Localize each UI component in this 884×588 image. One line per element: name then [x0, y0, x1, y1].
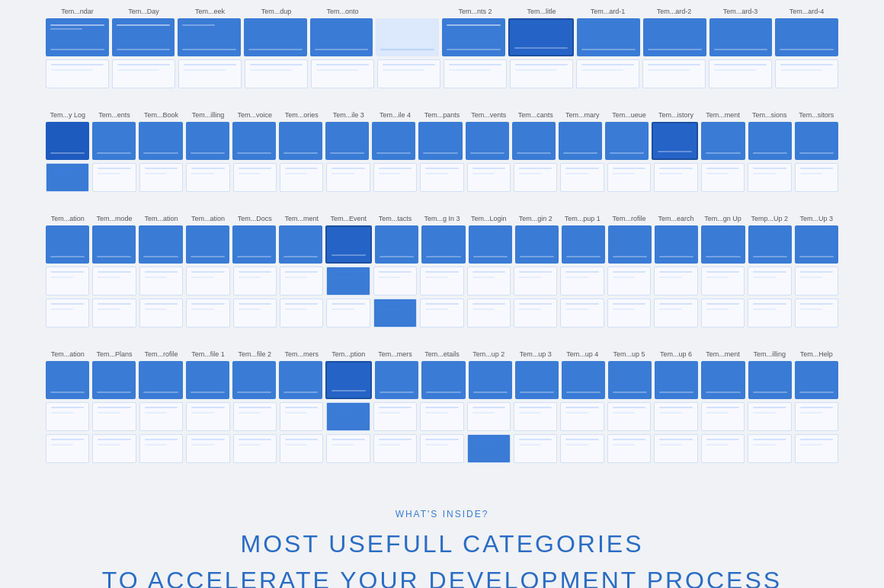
template-sub-card[interactable] [607, 434, 651, 463]
template-card[interactable] [515, 361, 559, 399]
template-card[interactable] [608, 225, 652, 264]
template-card[interactable] [232, 225, 276, 264]
template-sub-card[interactable] [654, 299, 697, 328]
template-sub-card[interactable] [514, 434, 557, 463]
template-card[interactable] [655, 225, 698, 264]
template-card[interactable] [795, 122, 838, 160]
template-sub-card[interactable] [280, 434, 323, 463]
template-sub-card[interactable] [560, 402, 604, 431]
template-card[interactable] [279, 361, 322, 399]
template-card[interactable] [559, 122, 602, 160]
template-card[interactable] [418, 122, 462, 160]
template-sub-card[interactable] [748, 163, 791, 192]
template-sub-card[interactable] [233, 402, 277, 431]
template-card[interactable] [795, 361, 838, 399]
template-sub-card[interactable] [233, 299, 277, 328]
template-sub-card[interactable] [373, 402, 417, 431]
template-sub-card[interactable] [280, 402, 323, 431]
template-sub-card[interactable] [46, 163, 89, 192]
template-card[interactable] [512, 122, 556, 160]
template-card[interactable] [46, 122, 89, 160]
template-sub-card[interactable] [514, 163, 557, 192]
template-sub-card[interactable] [46, 59, 109, 88]
template-sub-card[interactable] [795, 299, 838, 328]
template-card[interactable] [508, 18, 575, 56]
template-card[interactable] [709, 18, 773, 56]
template-sub-card[interactable] [373, 434, 417, 463]
template-card[interactable] [112, 18, 175, 56]
template-sub-card[interactable] [377, 59, 440, 88]
template-sub-card[interactable] [467, 267, 511, 296]
template-sub-card[interactable] [467, 163, 511, 192]
template-card[interactable] [139, 225, 182, 264]
template-card[interactable] [466, 122, 509, 160]
template-card[interactable] [310, 18, 373, 56]
template-card[interactable] [178, 18, 241, 56]
template-card[interactable] [562, 225, 605, 264]
template-sub-card[interactable] [326, 402, 370, 431]
template-sub-card[interactable] [373, 163, 417, 192]
template-sub-card[interactable] [748, 402, 791, 431]
template-sub-card[interactable] [748, 299, 791, 328]
template-card[interactable] [775, 18, 838, 56]
template-sub-card[interactable] [775, 59, 838, 88]
template-card[interactable] [375, 225, 418, 264]
template-sub-card[interactable] [607, 402, 651, 431]
template-sub-card[interactable] [233, 163, 277, 192]
template-sub-card[interactable] [560, 267, 604, 296]
template-sub-card[interactable] [92, 434, 136, 463]
template-sub-card[interactable] [642, 59, 706, 88]
template-sub-card[interactable] [795, 402, 838, 431]
template-sub-card[interactable] [139, 299, 183, 328]
template-sub-card[interactable] [654, 267, 697, 296]
template-card[interactable] [701, 225, 745, 264]
template-card[interactable] [244, 18, 307, 56]
template-sub-card[interactable] [795, 163, 838, 192]
template-sub-card[interactable] [326, 267, 370, 296]
template-card[interactable] [186, 122, 229, 160]
template-sub-card[interactable] [701, 434, 745, 463]
template-card[interactable] [421, 225, 465, 264]
template-card[interactable] [186, 225, 229, 264]
template-card[interactable] [748, 361, 792, 399]
template-sub-card[interactable] [46, 402, 89, 431]
template-card[interactable] [232, 361, 276, 399]
template-card[interactable] [442, 18, 505, 56]
template-sub-card[interactable] [748, 267, 791, 296]
template-sub-card[interactable] [514, 267, 557, 296]
template-card[interactable] [795, 225, 838, 264]
template-sub-card[interactable] [701, 163, 745, 192]
template-sub-card[interactable] [326, 299, 370, 328]
template-card[interactable] [92, 361, 136, 399]
template-card[interactable] [608, 361, 652, 399]
template-sub-card[interactable] [514, 299, 557, 328]
template-card[interactable] [46, 18, 109, 56]
template-sub-card[interactable] [373, 267, 417, 296]
template-sub-card[interactable] [467, 299, 511, 328]
template-card[interactable] [643, 18, 706, 56]
template-card[interactable] [279, 225, 322, 264]
template-sub-card[interactable] [420, 267, 463, 296]
template-sub-card[interactable] [607, 163, 651, 192]
template-card[interactable] [375, 361, 418, 399]
template-sub-card[interactable] [654, 434, 697, 463]
template-sub-card[interactable] [514, 402, 557, 431]
template-sub-card[interactable] [510, 59, 573, 88]
template-sub-card[interactable] [92, 163, 136, 192]
template-card[interactable] [748, 122, 792, 160]
template-card[interactable] [325, 361, 372, 399]
template-card[interactable] [46, 361, 89, 399]
template-card[interactable] [372, 122, 415, 160]
template-card[interactable] [748, 225, 792, 264]
template-sub-card[interactable] [654, 163, 697, 192]
template-sub-card[interactable] [186, 267, 229, 296]
template-sub-card[interactable] [139, 267, 183, 296]
template-sub-card[interactable] [245, 59, 308, 88]
template-card[interactable] [562, 361, 605, 399]
template-sub-card[interactable] [92, 402, 136, 431]
template-sub-card[interactable] [326, 434, 370, 463]
template-sub-card[interactable] [186, 434, 229, 463]
template-sub-card[interactable] [373, 299, 417, 328]
template-sub-card[interactable] [92, 299, 136, 328]
template-card[interactable] [279, 122, 322, 160]
